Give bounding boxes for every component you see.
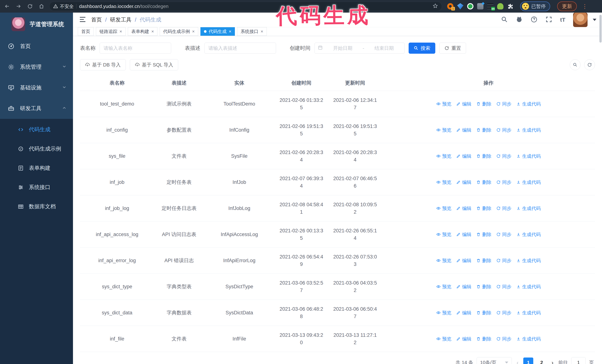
hamburger-icon[interactable]	[79, 16, 86, 24]
page-scrollbar[interactable]	[599, 15, 602, 42]
refresh-table-button[interactable]	[584, 59, 595, 70]
extensions-puzzle-icon[interactable]	[507, 3, 514, 10]
edit-link[interactable]: 编辑	[456, 231, 472, 238]
reload-icon[interactable]	[26, 3, 34, 10]
delete-link[interactable]: 删除	[476, 231, 491, 238]
edit-link[interactable]: 编辑	[456, 309, 472, 316]
preview-link[interactable]: 预览	[436, 309, 452, 316]
date-range-picker[interactable]: 开始日期 - 结束日期	[314, 42, 405, 54]
home-icon[interactable]	[38, 3, 45, 10]
generate-code-link[interactable]: 生成代码	[516, 335, 541, 343]
forward-icon[interactable]	[15, 3, 22, 10]
back-icon[interactable]	[3, 3, 11, 10]
sidebar-item-system[interactable]: 系统管理	[0, 57, 73, 77]
generate-code-link[interactable]: 生成代码	[516, 231, 541, 238]
table-desc-input[interactable]	[204, 42, 276, 54]
sidebar-item-devtools[interactable]: 研发工具	[0, 98, 73, 119]
edit-link[interactable]: 编辑	[456, 257, 472, 264]
next-page-button[interactable]: ›	[550, 359, 555, 364]
generate-code-link[interactable]: 生成代码	[516, 205, 541, 212]
sync-link[interactable]: 同步	[496, 152, 511, 160]
sidebar-item-form-builder[interactable]: 表单构建	[0, 158, 73, 178]
close-icon[interactable]: ×	[119, 29, 122, 34]
extension-icon-robot[interactable]	[497, 3, 504, 10]
sync-link[interactable]: 同步	[496, 309, 511, 316]
breadcrumb-home[interactable]: 首页	[91, 16, 102, 23]
edit-link[interactable]: 编辑	[456, 283, 472, 290]
sync-link[interactable]: 同步	[496, 205, 511, 212]
delete-link[interactable]: 删除	[476, 257, 491, 264]
font-size-icon[interactable]: tT	[560, 17, 565, 23]
preview-link[interactable]: 预览	[436, 257, 452, 264]
generate-code-link[interactable]: 生成代码	[516, 178, 541, 186]
extension-icon-gem[interactable]	[457, 3, 463, 10]
delete-link[interactable]: 删除	[476, 309, 491, 316]
toggle-search-button[interactable]	[570, 59, 580, 70]
generate-code-link[interactable]: 生成代码	[516, 126, 541, 134]
bookmark-star-icon[interactable]	[432, 3, 438, 10]
extension-icon-bars[interactable]: on	[487, 3, 494, 10]
sync-link[interactable]: 同步	[496, 335, 511, 343]
tab-form-builder[interactable]: 表单构建 ×	[128, 27, 157, 36]
close-icon[interactable]: ×	[192, 29, 195, 34]
preview-link[interactable]: 预览	[436, 152, 452, 160]
tab-codegen[interactable]: 代码生成 ×	[200, 27, 235, 36]
page-number-2[interactable]: 2	[537, 357, 547, 364]
delete-link[interactable]: 删除	[476, 283, 491, 290]
generate-code-link[interactable]: 生成代码	[516, 152, 541, 160]
breadcrumb-devtools[interactable]: 研发工具	[110, 16, 131, 23]
goto-page-input[interactable]	[571, 357, 586, 364]
avatar[interactable]	[573, 13, 588, 27]
sidebar-item-system-api[interactable]: 系统接口	[0, 178, 73, 197]
extension-icon-orange[interactable]: 1	[447, 3, 453, 10]
security-chip[interactable]: 不安全	[53, 3, 74, 10]
browser-menu-icon[interactable]: ⋮	[582, 3, 588, 10]
sidebar-item-codegen-example[interactable]: 代码生成示例	[0, 139, 73, 158]
sync-link[interactable]: 同步	[496, 231, 511, 238]
edit-link[interactable]: 编辑	[456, 335, 472, 343]
preview-link[interactable]: 预览	[436, 178, 452, 186]
update-button[interactable]: 更新	[557, 1, 577, 11]
help-icon[interactable]	[530, 16, 538, 24]
sync-link[interactable]: 同步	[496, 100, 511, 108]
sync-link[interactable]: 同步	[496, 283, 511, 290]
delete-link[interactable]: 删除	[476, 335, 491, 343]
preview-link[interactable]: 预览	[436, 335, 452, 343]
extension-icon-grid[interactable]	[477, 3, 484, 10]
extension-icon-green-check[interactable]	[467, 3, 473, 10]
edit-link[interactable]: 编辑	[456, 126, 472, 134]
search-icon[interactable]	[501, 16, 508, 24]
generate-code-link[interactable]: 生成代码	[516, 283, 541, 290]
tab-system-api[interactable]: 系统接口 ×	[237, 27, 267, 36]
reset-button[interactable]: 重置	[439, 42, 466, 54]
preview-link[interactable]: 预览	[436, 100, 452, 108]
fullscreen-icon[interactable]	[545, 16, 552, 24]
tab-home[interactable]: 首页	[78, 27, 94, 36]
generate-code-link[interactable]: 生成代码	[516, 257, 541, 264]
close-icon[interactable]: ×	[229, 29, 231, 34]
import-sql-button[interactable]: 基于 SQL 导入	[130, 59, 178, 70]
preview-link[interactable]: 预览	[436, 205, 452, 212]
preview-link[interactable]: 预览	[436, 231, 452, 238]
generate-code-link[interactable]: 生成代码	[516, 309, 541, 316]
sync-link[interactable]: 同步	[496, 257, 511, 264]
delete-link[interactable]: 删除	[476, 126, 491, 134]
preview-link[interactable]: 预览	[436, 126, 452, 134]
tab-tracing[interactable]: 链路追踪 ×	[96, 27, 126, 36]
preview-link[interactable]: 预览	[436, 283, 452, 290]
sidebar-item-db-doc[interactable]: 数据库文档	[0, 197, 73, 216]
edit-link[interactable]: 编辑	[456, 205, 472, 212]
delete-link[interactable]: 删除	[476, 205, 491, 212]
page-size-select[interactable]: 10条/页	[477, 357, 512, 364]
delete-link[interactable]: 删除	[476, 100, 491, 108]
edit-link[interactable]: 编辑	[456, 178, 472, 186]
github-icon[interactable]	[516, 16, 523, 24]
prev-page-button[interactable]: ‹	[515, 359, 520, 364]
tab-codegen-example[interactable]: 代码生成示例 ×	[160, 27, 198, 36]
close-icon[interactable]: ×	[261, 29, 263, 34]
sidebar-item-home[interactable]: 首页	[0, 36, 73, 57]
sync-link[interactable]: 同步	[496, 126, 511, 134]
sync-link[interactable]: 同步	[496, 178, 511, 186]
edit-link[interactable]: 编辑	[456, 152, 472, 160]
generate-code-link[interactable]: 生成代码	[516, 100, 541, 108]
